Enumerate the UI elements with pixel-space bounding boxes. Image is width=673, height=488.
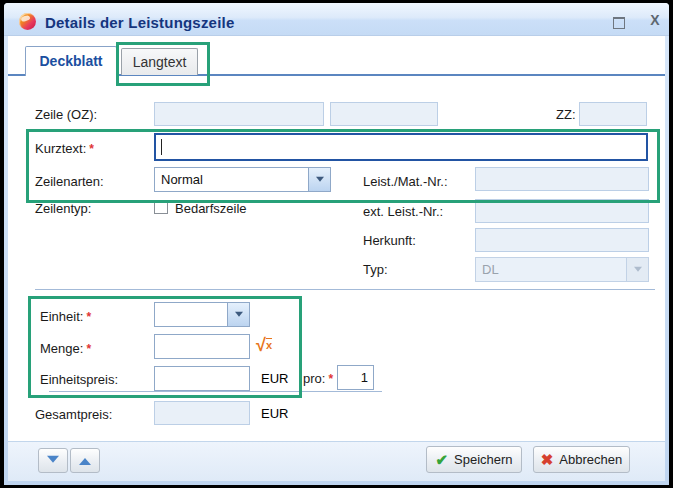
save-button[interactable]: ✔ Speichern <box>426 446 522 473</box>
section-divider-bottom <box>49 391 382 392</box>
eur-label: EUR <box>261 371 288 386</box>
zeilenarten-selected-value: Normal <box>161 168 203 191</box>
einheitspreis-input[interactable] <box>154 366 250 391</box>
kurztext-input[interactable] <box>154 133 648 161</box>
einheit-dropdown-arrow-icon[interactable] <box>227 303 249 326</box>
move-down-button[interactable] <box>38 448 68 473</box>
maximize-button[interactable] <box>608 14 630 31</box>
move-up-button[interactable] <box>70 448 100 473</box>
typ-label: Typ: <box>363 262 388 277</box>
checkmark-icon: ✔ <box>435 451 448 469</box>
menge-input[interactable] <box>154 334 250 359</box>
zeilentyp-label: Zeilentyp: <box>35 201 91 216</box>
ext-leist-nr-field[interactable] <box>475 199 649 223</box>
einheitspreis-label: Einheitspreis: <box>40 372 118 387</box>
leist-mat-nr-field[interactable] <box>475 167 649 191</box>
typ-selected-value: DL <box>482 258 499 281</box>
text-caret <box>161 139 162 155</box>
gesamtpreis-field[interactable] <box>154 401 250 425</box>
zeile-oz-field-2[interactable] <box>330 102 438 126</box>
zeilenarten-label: Zeilenarten: <box>35 174 104 189</box>
save-button-label: Speichern <box>454 452 513 467</box>
zz-field[interactable] <box>579 102 647 126</box>
zeilenarten-dropdown-arrow-icon[interactable] <box>308 168 330 191</box>
pro-input[interactable] <box>337 365 374 390</box>
bedarfszeile-checkbox[interactable] <box>154 200 168 214</box>
section-divider-top <box>35 289 655 290</box>
typ-dropdown-arrow-icon <box>626 258 648 281</box>
cancel-button-label: Abbrechen <box>559 452 622 467</box>
tab-deckblatt[interactable]: Deckblatt <box>25 46 117 76</box>
menge-label: Menge:* <box>40 341 91 356</box>
menge-required-marker: * <box>86 342 91 356</box>
gesamtpreis-eur-label: EUR <box>261 406 288 421</box>
typ-dropdown: DL <box>475 257 649 282</box>
app-icon <box>19 13 36 30</box>
ext-leist-nr-label: ext. Leist.-Nr.: <box>363 204 443 219</box>
bedarfszeile-label: Bedarfszeile <box>175 201 247 216</box>
cross-icon: ✖ <box>541 451 554 469</box>
window-title: Details der Leistungszeile <box>45 14 234 31</box>
tab-langtext[interactable]: Langtext <box>121 48 198 75</box>
cancel-button[interactable]: ✖ Abbrechen <box>533 446 630 473</box>
leist-mat-nr-label: Leist./Mat.-Nr.: <box>363 174 448 189</box>
pro-label: pro:* <box>303 371 333 386</box>
einheit-label: Einheit:* <box>40 309 91 324</box>
zeile-oz-field-1[interactable] <box>154 102 324 126</box>
einheit-required-marker: * <box>86 310 91 324</box>
gesamtpreis-label: Gesamtpreis: <box>35 407 112 422</box>
kurztext-label: Kurztext:* <box>35 141 94 156</box>
zz-label: ZZ: <box>556 107 576 122</box>
zeile-oz-label: Zeile (OZ): <box>35 107 97 122</box>
herkunft-field[interactable] <box>475 228 649 252</box>
title-bar[interactable]: Details der Leistungszeile X <box>4 3 669 36</box>
kurztext-required-marker: * <box>89 142 94 156</box>
herkunft-label: Herkunft: <box>363 233 416 248</box>
maximize-icon <box>613 17 625 29</box>
sqrt-formula-icon[interactable]: √x <box>256 334 272 356</box>
screenshot-root: Details der Leistungszeile X Deckblatt L… <box>0 0 673 488</box>
zeilenarten-dropdown[interactable]: Normal <box>154 167 331 192</box>
pro-required-marker: * <box>328 372 333 386</box>
einheit-dropdown[interactable] <box>154 302 250 327</box>
close-button[interactable]: X <box>644 11 666 30</box>
